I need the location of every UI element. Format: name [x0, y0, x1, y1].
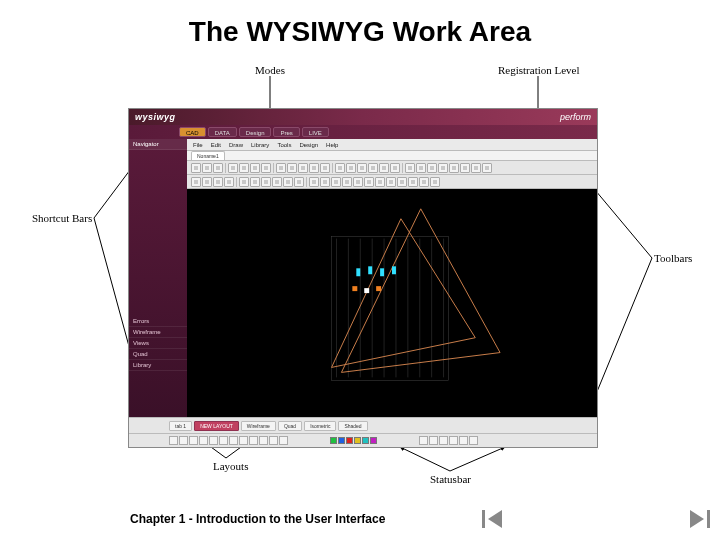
tool-button[interactable]	[276, 163, 286, 173]
status-button[interactable]	[189, 436, 198, 445]
nav-prev-button[interactable]	[480, 508, 506, 530]
tool-button[interactable]	[419, 177, 429, 187]
nav-next-button[interactable]	[686, 508, 712, 530]
status-button[interactable]	[469, 436, 478, 445]
status-button[interactable]	[259, 436, 268, 445]
status-button[interactable]	[219, 436, 228, 445]
shortcut-item[interactable]: Quad	[129, 349, 187, 360]
tool-button[interactable]	[379, 163, 389, 173]
shortcut-item[interactable]: Navigator	[129, 139, 187, 150]
status-color-swatch[interactable]	[330, 437, 337, 444]
mode-tab-cad[interactable]: CAD	[179, 127, 206, 137]
document-tab[interactable]: Noname1	[191, 151, 225, 160]
status-color-swatch[interactable]	[346, 437, 353, 444]
tool-button[interactable]	[191, 163, 201, 173]
tool-button[interactable]	[397, 177, 407, 187]
tool-button[interactable]	[202, 177, 212, 187]
menu-edit[interactable]: Edit	[211, 142, 221, 148]
status-color-swatch[interactable]	[354, 437, 361, 444]
tool-button[interactable]	[228, 163, 238, 173]
layout-tab[interactable]: Isometric	[304, 421, 336, 431]
status-color-swatch[interactable]	[338, 437, 345, 444]
status-button[interactable]	[279, 436, 288, 445]
tool-button[interactable]	[335, 163, 345, 173]
tool-button[interactable]	[261, 177, 271, 187]
status-button[interactable]	[169, 436, 178, 445]
menu-draw[interactable]: Draw	[229, 142, 243, 148]
tool-button[interactable]	[320, 177, 330, 187]
tool-button[interactable]	[357, 163, 367, 173]
tool-button[interactable]	[346, 163, 356, 173]
mode-tab-design[interactable]: Design	[239, 127, 272, 137]
mode-tab-live[interactable]: LIVE	[302, 127, 329, 137]
layout-tab[interactable]: Wireframe	[241, 421, 276, 431]
tool-button[interactable]	[213, 177, 223, 187]
tool-button[interactable]	[390, 163, 400, 173]
tool-button[interactable]	[250, 177, 260, 187]
tool-button[interactable]	[342, 177, 352, 187]
tool-button[interactable]	[213, 163, 223, 173]
status-button[interactable]	[419, 436, 428, 445]
shortcut-item[interactable]: Wireframe	[129, 327, 187, 338]
layout-tab[interactable]: Shaded	[338, 421, 367, 431]
tool-button[interactable]	[405, 163, 415, 173]
tool-button[interactable]	[191, 177, 201, 187]
tool-button[interactable]	[239, 163, 249, 173]
tool-button[interactable]	[482, 163, 492, 173]
layout-tab[interactable]: NEW LAYOUT	[194, 421, 239, 431]
status-button[interactable]	[439, 436, 448, 445]
tool-button[interactable]	[272, 177, 282, 187]
mode-tab-data[interactable]: DATA	[208, 127, 237, 137]
tool-button[interactable]	[331, 177, 341, 187]
tool-button[interactable]	[364, 177, 374, 187]
tool-button[interactable]	[309, 163, 319, 173]
tool-button[interactable]	[283, 177, 293, 187]
status-button[interactable]	[429, 436, 438, 445]
layout-tab[interactable]: Quad	[278, 421, 302, 431]
status-button[interactable]	[199, 436, 208, 445]
tool-button[interactable]	[416, 163, 426, 173]
tool-button[interactable]	[386, 177, 396, 187]
tool-button[interactable]	[287, 163, 297, 173]
status-button[interactable]	[449, 436, 458, 445]
tool-button[interactable]	[368, 163, 378, 173]
mode-tab-pres[interactable]: Pres	[273, 127, 299, 137]
tool-button[interactable]	[438, 163, 448, 173]
tool-button[interactable]	[460, 163, 470, 173]
tool-button[interactable]	[353, 177, 363, 187]
tool-button[interactable]	[294, 177, 304, 187]
status-button[interactable]	[229, 436, 238, 445]
shortcut-item[interactable]: Errors	[129, 316, 187, 327]
status-button[interactable]	[209, 436, 218, 445]
tool-button[interactable]	[202, 163, 212, 173]
drawing-canvas[interactable]	[187, 189, 597, 417]
menu-design[interactable]: Design	[299, 142, 318, 148]
layout-tab[interactable]: tab 1	[169, 421, 192, 431]
tool-button[interactable]	[449, 163, 459, 173]
menu-tools[interactable]: Tools	[277, 142, 291, 148]
menu-file[interactable]: File	[193, 142, 203, 148]
tool-button[interactable]	[261, 163, 271, 173]
status-color-swatch[interactable]	[370, 437, 377, 444]
tool-button[interactable]	[375, 177, 385, 187]
status-button[interactable]	[269, 436, 278, 445]
shortcut-item[interactable]: Library	[129, 360, 187, 371]
status-button[interactable]	[179, 436, 188, 445]
tool-button[interactable]	[239, 177, 249, 187]
tool-button[interactable]	[408, 177, 418, 187]
status-button[interactable]	[239, 436, 248, 445]
shortcut-item[interactable]: Views	[129, 338, 187, 349]
tool-button[interactable]	[298, 163, 308, 173]
status-button[interactable]	[459, 436, 468, 445]
tool-button[interactable]	[250, 163, 260, 173]
status-color-swatch[interactable]	[362, 437, 369, 444]
tool-button[interactable]	[224, 177, 234, 187]
status-button[interactable]	[249, 436, 258, 445]
menu-help[interactable]: Help	[326, 142, 338, 148]
menu-library[interactable]: Library	[251, 142, 269, 148]
tool-button[interactable]	[320, 163, 330, 173]
tool-button[interactable]	[309, 177, 319, 187]
tool-button[interactable]	[427, 163, 437, 173]
tool-button[interactable]	[471, 163, 481, 173]
tool-button[interactable]	[430, 177, 440, 187]
